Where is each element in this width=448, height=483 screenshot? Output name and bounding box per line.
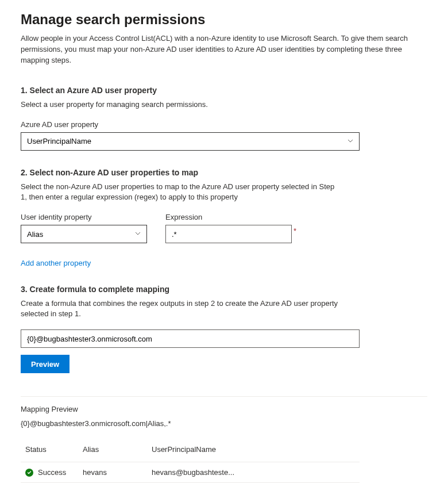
col-status: Status bbox=[21, 439, 78, 462]
required-mark: * bbox=[293, 227, 296, 235]
azure-ad-property-label: Azure AD user property bbox=[21, 120, 427, 129]
divider bbox=[21, 396, 427, 397]
expression-input[interactable] bbox=[165, 225, 292, 243]
step1-desc: Select a user property for managing sear… bbox=[21, 99, 342, 110]
success-icon bbox=[25, 469, 33, 477]
status-text: Success bbox=[38, 468, 66, 477]
mapping-preview-subtext: {0}@bugbashtester3.onmicrosoft.com|Alias… bbox=[21, 419, 427, 428]
expression-label: Expression bbox=[165, 213, 296, 221]
azure-ad-property-select[interactable] bbox=[21, 132, 360, 151]
mapping-preview-heading: Mapping Preview bbox=[21, 405, 427, 413]
formula-input[interactable] bbox=[21, 329, 360, 348]
step1-heading: 1. Select an Azure AD user property bbox=[21, 86, 427, 95]
table-row: Successhevanshevans@bugbashteste... bbox=[21, 462, 360, 483]
alias-cell: hevans bbox=[78, 462, 147, 483]
upn-cell: hevans@bugbashteste... bbox=[147, 462, 360, 483]
col-alias: Alias bbox=[78, 439, 147, 462]
page-title: Manage search permissions bbox=[21, 12, 427, 28]
col-upn: UserPrincipalName bbox=[147, 439, 360, 462]
identity-property-select[interactable] bbox=[21, 225, 147, 243]
preview-button[interactable]: Preview bbox=[21, 355, 69, 373]
identity-property-label: User identity property bbox=[21, 213, 147, 221]
step2-desc: Select the non-Azure AD user properties … bbox=[21, 182, 342, 202]
add-another-property-link[interactable]: Add another property bbox=[21, 259, 91, 267]
page-intro: Allow people in your Access Control List… bbox=[21, 33, 427, 66]
preview-table: Status Alias UserPrincipalName Successhe… bbox=[21, 439, 360, 483]
step3-desc: Create a formula that combines the regex… bbox=[21, 298, 342, 319]
step2-heading: 2. Select non-Azure AD user properties t… bbox=[21, 168, 427, 177]
step3-heading: 3. Create formula to complete mapping bbox=[21, 285, 427, 294]
